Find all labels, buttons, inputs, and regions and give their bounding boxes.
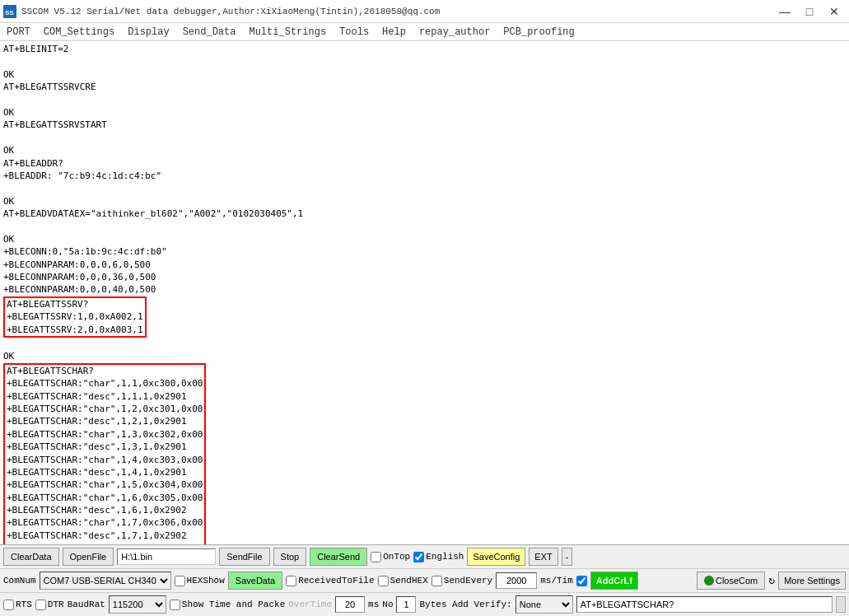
titlebar-left: SS SSCOM V5.12 Serial/Net data debugger,… (3, 5, 440, 18)
terminal-content: AT+BLEINIT=2 OK AT+BLEGATTSSRVCRE OK AT+… (3, 43, 846, 545)
dtr-checkbox-label[interactable]: DTR (35, 600, 64, 610)
ontop-checkbox-label[interactable]: OnTop (371, 552, 410, 562)
sendevery-label: SendEvery (444, 576, 492, 586)
highlight-box-2: AT+BLEGATTSCHAR? +BLEGATTSCHAR:"char",1,… (3, 363, 206, 545)
sendhex-checkbox-label[interactable]: SendHEX (378, 576, 428, 586)
sendevery-input[interactable] (496, 572, 537, 589)
ms-label: ms (368, 600, 379, 609)
receivedtofile-checkbox-label[interactable]: ReceivedToFile (286, 576, 374, 586)
cleardata-button[interactable]: ClearData (3, 548, 59, 566)
sendevery-checkbox[interactable] (431, 576, 442, 586)
addcrlf-checkbox[interactable] (576, 576, 587, 586)
sendevery-checkbox-label[interactable]: SendEvery (431, 576, 492, 586)
baud-select[interactable]: 115200 (109, 595, 166, 614)
rts-label: RTS (16, 600, 32, 609)
rts-checkbox-label[interactable]: RTS (3, 600, 32, 610)
showtime-checkbox-label[interactable]: Show Time and Packe (170, 600, 285, 610)
closecom-label: CloseCom (716, 576, 758, 586)
refresh-icon[interactable]: ↻ (768, 574, 775, 587)
menubar: PORT COM_Settings Display Send_Data Mult… (0, 23, 849, 41)
no-input[interactable] (396, 596, 416, 613)
addcrlf-checkbox-label[interactable] (576, 576, 587, 586)
verify-select[interactable]: None (515, 595, 573, 614)
receivedtofile-label: ReceivedToFile (298, 576, 374, 586)
savedata-label: SaveData (236, 576, 275, 586)
saveconfig-button[interactable]: SaveConfig (467, 548, 525, 566)
sendhex-label: SendHEX (390, 576, 428, 586)
overtime-input[interactable] (335, 596, 365, 613)
closecom-button[interactable]: CloseCom (697, 572, 765, 590)
send-scrollbar[interactable] (836, 596, 846, 613)
english-checkbox[interactable] (413, 552, 424, 562)
terminal[interactable]: AT+BLEINIT=2 OK AT+BLEGATTSSRVCRE OK AT+… (0, 41, 849, 545)
menu-repay-author[interactable]: repay_author (413, 23, 497, 40)
showtime-checkbox[interactable] (170, 600, 180, 610)
no-label: No (382, 600, 393, 609)
clearsend-button[interactable]: ClearSend (310, 548, 367, 566)
baud-label: BaudRat (68, 600, 105, 609)
savedata-button[interactable]: SaveData (228, 572, 282, 590)
menu-multi-strings[interactable]: Multi_Strings (242, 23, 333, 40)
titlebar: SS SSCOM V5.12 Serial/Net data debugger,… (0, 0, 849, 23)
toolbar3: RTS DTR BaudRat 115200 Show Time and Pac… (0, 593, 849, 616)
menu-pcb-proofing[interactable]: PCB_proofing (497, 23, 581, 40)
mstim-label: ms/Tim (540, 576, 573, 586)
sendfile-button[interactable]: SendFile (219, 548, 269, 566)
english-label: English (426, 552, 464, 562)
more-settings-button[interactable]: More Settings (778, 572, 846, 590)
hexshow-checkbox-label[interactable]: HEXShow (175, 576, 225, 586)
overtime-label: OverTime (288, 600, 332, 609)
highlight-box-1: AT+BLEGATTSSRV? +BLEGATTSSRV:1,0,0xA002,… (3, 296, 147, 338)
dash-button[interactable]: - (562, 548, 573, 566)
minimize-button[interactable]: — (773, 3, 796, 20)
receivedtofile-checkbox[interactable] (286, 576, 296, 586)
english-checkbox-label[interactable]: English (413, 552, 464, 562)
stop-button[interactable]: Stop (273, 548, 307, 566)
dtr-label: DTR (48, 600, 64, 609)
titlebar-controls: — □ ✕ (773, 3, 846, 20)
rts-checkbox[interactable] (3, 600, 14, 610)
hexshow-label: HEXShow (187, 576, 225, 586)
toolbar1: ClearData OpenFile H:\1.bin SendFile Sto… (0, 545, 849, 569)
openfile-button[interactable]: OpenFile (63, 548, 114, 566)
ext-button[interactable]: EXT (529, 548, 557, 566)
sendhex-checkbox[interactable] (378, 576, 389, 586)
svg-text:SS: SS (5, 9, 14, 16)
comnum-select[interactable]: COM7 USB-SERIAL CH340 (40, 572, 171, 590)
menu-display[interactable]: Display (121, 23, 175, 40)
ontop-checkbox[interactable] (371, 552, 381, 562)
bottom-area: ClearData OpenFile H:\1.bin SendFile Sto… (0, 545, 849, 616)
filepath-input[interactable]: H:\1.bin (117, 548, 216, 565)
app-icon: SS (3, 5, 16, 18)
rts-dtr-area: RTS DTR BaudRat 115200 (3, 595, 166, 614)
showtime-label: Show Time and Packe (182, 600, 285, 609)
send-input[interactable] (576, 596, 833, 613)
maximize-button[interactable]: □ (798, 3, 821, 20)
addcrlf-button[interactable]: AddCrLf (590, 572, 638, 590)
menu-port[interactable]: PORT (0, 23, 37, 40)
menu-tools[interactable]: Tools (333, 23, 376, 40)
close-button[interactable]: ✕ (823, 3, 846, 20)
com-status-indicator (704, 576, 714, 586)
comnum-label: ComNum (3, 576, 36, 586)
dtr-checkbox[interactable] (35, 600, 46, 610)
bytes-label: Bytes Add Verify: (419, 600, 511, 609)
hexshow-checkbox[interactable] (175, 576, 185, 586)
titlebar-title: SSCOM V5.12 Serial/Net data debugger,Aut… (21, 7, 440, 16)
toolbar2: ComNum COM7 USB-SERIAL CH340 HEXShow Sav… (0, 569, 849, 593)
menu-send-data[interactable]: Send_Data (176, 23, 243, 40)
menu-help[interactable]: Help (376, 23, 413, 40)
more-settings-label: More Settings (784, 576, 840, 586)
menu-com-settings[interactable]: COM_Settings (37, 23, 121, 40)
ontop-label: OnTop (383, 552, 410, 562)
